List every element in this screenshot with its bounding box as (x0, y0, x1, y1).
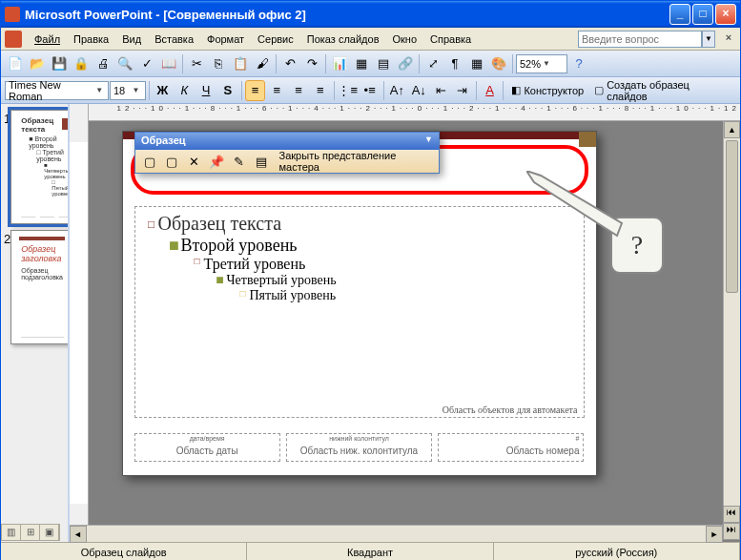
permission-button[interactable]: 🔒 (71, 53, 92, 74)
save-button[interactable]: 💾 (49, 53, 70, 74)
thumbnail-slide-1[interactable]: Образец текста ■ Второй уровень □ Третий… (10, 110, 69, 224)
slide-canvas[interactable]: □Образец текста ■Второй уровень □Третий … (89, 121, 741, 542)
rename-master-button[interactable]: ✎ (229, 151, 249, 172)
title-doc: - [Современный офис 2] (153, 8, 306, 22)
cut-button[interactable]: ✂ (186, 53, 207, 74)
next-slide-button[interactable]: ⏭ (723, 523, 740, 540)
menu-insert[interactable]: Вставка (148, 31, 200, 47)
expand-button[interactable]: ⤢ (422, 53, 443, 74)
open-button[interactable]: 📂 (27, 53, 48, 74)
chart-button[interactable]: 📊 (329, 53, 350, 74)
tables-borders-button[interactable]: ▤ (373, 53, 394, 74)
menubar: Файл Правка Вид Вставка Формат Сервис По… (1, 28, 740, 51)
menu-slideshow[interactable]: Показ слайдов (300, 31, 386, 47)
footer-placeholder[interactable]: нижний колонтитулОбласть ниж. колонтитул… (286, 433, 432, 462)
new-button[interactable]: 📄 (5, 53, 26, 74)
undo-button[interactable]: ↶ (279, 53, 300, 74)
master-layout-button[interactable]: ▤ (251, 151, 271, 172)
align-justify-button[interactable]: ≡ (310, 80, 331, 101)
font-size-combo[interactable]: 18▼ (110, 81, 146, 100)
thumbnail-slide-2[interactable]: Образец заголовка Образец подзаголовка —… (10, 230, 69, 344)
table-button[interactable]: ▦ (351, 53, 372, 74)
align-right-button[interactable]: ≡ (288, 80, 309, 101)
scroll-up-button[interactable]: ▲ (724, 121, 740, 138)
close-master-view-button[interactable]: Закрыть представление мастера (279, 150, 435, 173)
menu-file[interactable]: Файл (28, 31, 67, 47)
bold-button[interactable]: Ж (153, 80, 174, 101)
statusbar: Образец слайдов Квадрант русский (Россия… (1, 542, 740, 560)
decrease-indent-button[interactable]: ⇤ (430, 80, 451, 101)
number-placeholder[interactable]: #Область номера (438, 433, 584, 462)
master-toolbar[interactable]: Образец▼ ▢ ▢ ✕ 📌 ✎ ▤ Закрыть представлен… (134, 132, 440, 174)
menu-format[interactable]: Формат (200, 31, 251, 47)
minimize-button[interactable]: _ (669, 4, 690, 25)
research-button[interactable]: 📖 (158, 53, 179, 74)
preserve-master-button[interactable]: 📌 (206, 151, 226, 172)
scroll-thumb[interactable] (726, 140, 738, 293)
help-search-input[interactable] (578, 31, 702, 48)
spelling-button[interactable]: ✓ (136, 53, 157, 74)
copy-button[interactable]: ⎘ (208, 53, 229, 74)
doc-close-button[interactable]: × (721, 31, 736, 47)
scroll-left-button[interactable]: ◄ (70, 526, 87, 543)
master-toolbar-title[interactable]: Образец▼ (135, 133, 439, 150)
decrease-font-button[interactable]: A↓ (408, 80, 429, 101)
powerpoint-icon[interactable] (5, 31, 22, 48)
redo-button[interactable]: ↷ (301, 53, 322, 74)
status-design: Квадрант (247, 543, 493, 560)
design-button[interactable]: ◧Конструктор (506, 80, 588, 101)
grid-button[interactable]: ▦ (466, 53, 487, 74)
align-center-button[interactable]: ≡ (266, 80, 287, 101)
align-left-button[interactable]: ≡ (245, 80, 266, 101)
status-language[interactable]: русский (Россия) (494, 543, 740, 560)
menu-window[interactable]: Окно (386, 31, 424, 47)
hyperlink-button[interactable]: 🔗 (395, 53, 416, 74)
format-painter-button[interactable]: 🖌 (252, 53, 273, 74)
new-master-button[interactable]: ▢Создать образец слайдов (589, 80, 736, 101)
vertical-scrollbar[interactable]: ▲ ▼ (723, 121, 740, 523)
increase-font-button[interactable]: A↑ (387, 80, 408, 101)
font-color-button[interactable]: A (480, 80, 501, 101)
italic-button[interactable]: К (174, 80, 195, 101)
autolayout-label: Область объектов для автомакета (443, 404, 578, 415)
print-button[interactable]: 🖨 (93, 53, 113, 74)
slide-corner-accent (579, 132, 596, 147)
body-level-5: Пятый уровень (250, 288, 337, 303)
show-formatting-button[interactable]: ¶ (444, 53, 465, 74)
master-slide[interactable]: □Образец текста ■Второй уровень □Третий … (122, 131, 597, 476)
insert-slide-master-button[interactable]: ▢ (139, 151, 159, 172)
sorter-view-button[interactable]: ⊞ (21, 525, 40, 540)
body-placeholder[interactable]: □Образец текста ■Второй уровень □Третий … (134, 206, 585, 418)
menu-help[interactable]: Справка (423, 31, 478, 47)
body-level-4: Четвертый уровень (227, 273, 337, 288)
prev-slide-button[interactable]: ⏮ (723, 506, 740, 523)
help-button[interactable]: ? (568, 53, 589, 74)
shadow-button[interactable]: S (217, 80, 238, 101)
font-combo[interactable]: Times New Roman▼ (5, 81, 109, 100)
bullets-button[interactable]: •≡ (360, 80, 381, 101)
menu-view[interactable]: Вид (115, 31, 148, 47)
thumbnail-panel: 1 Образец текста ■ Второй уровень □ Трет… (1, 104, 70, 542)
underline-button[interactable]: Ч (196, 80, 216, 101)
normal-view-button[interactable]: ▥ (2, 525, 21, 540)
paste-button[interactable]: 📋 (230, 53, 251, 74)
delete-master-button[interactable]: ✕ (184, 151, 204, 172)
preview-button[interactable]: 🔍 (114, 53, 135, 74)
numbering-button[interactable]: ⋮≡ (338, 80, 359, 101)
scroll-right-button[interactable]: ► (706, 526, 723, 543)
close-button[interactable]: × (715, 4, 736, 25)
menu-tools[interactable]: Сервис (251, 31, 300, 47)
date-placeholder[interactable]: дата/времяОбласть даты (134, 433, 280, 462)
insert-title-master-button[interactable]: ▢ (161, 151, 181, 172)
dropdown-icon[interactable]: ▼ (424, 135, 433, 148)
horizontal-scrollbar[interactable]: ◄ ► (70, 525, 724, 542)
svg-marker-0 (526, 171, 622, 236)
zoom-combo[interactable]: 52%▼ (516, 54, 567, 73)
increase-indent-button[interactable]: ⇥ (452, 80, 473, 101)
color-button[interactable]: 🎨 (488, 53, 509, 74)
slideshow-view-button[interactable]: ▣ (40, 525, 59, 540)
menu-edit[interactable]: Правка (67, 31, 115, 47)
view-buttons: ▥ ⊞ ▣ (1, 524, 60, 541)
maximize-button[interactable]: □ (692, 4, 713, 25)
help-dropdown[interactable]: ▼ (702, 31, 715, 48)
